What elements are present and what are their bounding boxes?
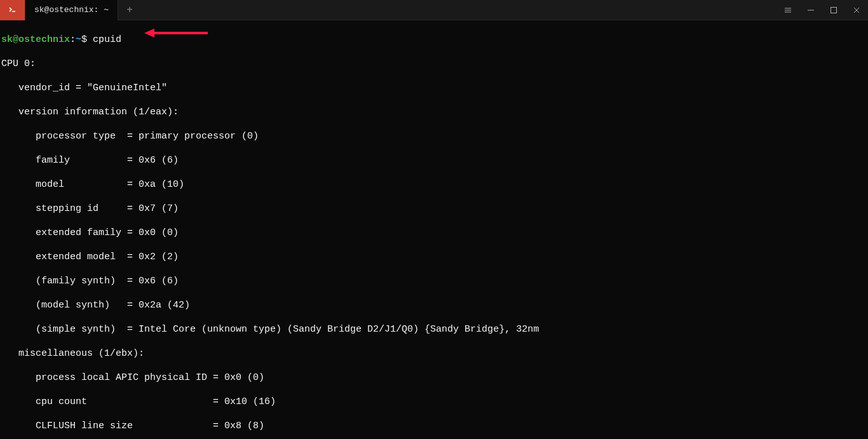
output-line: processor type = primary processor (0) [1,130,867,142]
prompt-dollar: $ [81,34,93,45]
command-text: cpuid [93,34,121,45]
titlebar: sk@ostechnix: ~ + [0,0,868,20]
output-line: extended family = 0x0 (0) [1,227,867,239]
output-line: miscellaneous (1/ebx): [1,348,867,360]
output-line: version information (1/eax): [1,106,867,118]
prompt-line: sk@ostechnix:~$ cpuid [1,34,867,46]
svg-rect-0 [8,5,18,15]
maximize-button[interactable] [822,0,845,20]
output-line: (family synth) = 0x6 (6) [1,275,867,287]
output-line: CLFLUSH line size = 0x8 (8) [1,420,867,432]
output-line: process local APIC physical ID = 0x0 (0) [1,372,867,384]
output-line: extended model = 0x2 (2) [1,251,867,263]
prompt-user: sk@ostechnix [1,34,70,45]
terminal-app-icon[interactable] [0,0,25,20]
new-tab-button[interactable]: + [118,0,141,20]
output-line: model = 0xa (10) [1,179,867,191]
prompt-colon: : [70,34,76,45]
output-line: cpu count = 0x10 (16) [1,396,867,408]
window-controls [776,0,868,20]
output-line: stepping id = 0x7 (7) [1,203,867,215]
tab-label: sk@ostechnix: ~ [34,5,109,15]
terminal-output[interactable]: sk@ostechnix:~$ cpuid CPU 0: vendor_id =… [0,20,868,439]
output-line: CPU 0: [1,58,867,70]
close-button[interactable] [845,0,868,20]
tab-terminal[interactable]: sk@ostechnix: ~ [25,0,118,20]
plus-icon: + [126,4,133,16]
output-line: vendor_id = "GenuineIntel" [1,82,867,94]
minimize-button[interactable] [799,0,822,20]
output-line: family = 0x6 (6) [1,154,867,166]
menu-icon[interactable] [776,0,799,20]
svg-rect-6 [831,7,837,13]
prompt-path: ~ [76,34,81,45]
output-line: (model synth) = 0x2a (42) [1,299,867,311]
output-line: (simple synth) = Intel Core (unknown typ… [1,323,867,335]
